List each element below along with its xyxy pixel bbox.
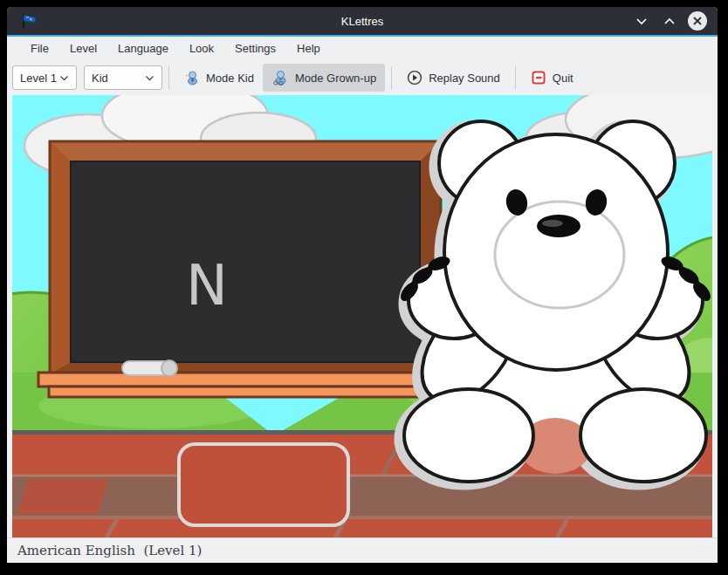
- toolbar: Level 1 Kid Mode Kid: [7, 60, 718, 95]
- statusbar: American English (Level 1): [7, 537, 718, 563]
- menu-file[interactable]: File: [23, 39, 57, 58]
- toolbar-separator: [168, 66, 169, 89]
- classroom-scene: N: [12, 95, 712, 537]
- toolbar-separator: [515, 66, 516, 89]
- letter-input[interactable]: [177, 442, 350, 527]
- teddy-bear: [397, 121, 712, 485]
- minimize-icon[interactable]: [632, 11, 651, 31]
- chevron-down-icon: [145, 75, 155, 81]
- mode-kid-button[interactable]: Mode Kid: [175, 64, 263, 92]
- chalk-tray: [38, 373, 449, 387]
- bear-foot-left: [404, 389, 533, 482]
- menu-help[interactable]: Help: [289, 39, 328, 58]
- klettres-window: KLettres File Level Language Look Settin…: [7, 7, 718, 563]
- maximize-icon[interactable]: [660, 11, 679, 31]
- theme-select[interactable]: Kid: [84, 65, 162, 90]
- chevron-down-icon: [59, 75, 69, 81]
- menu-level[interactable]: Level: [62, 39, 105, 58]
- scene-art: N: [12, 95, 712, 537]
- current-letter: N: [186, 253, 228, 318]
- close-icon[interactable]: [688, 11, 707, 31]
- status-text: American English (Level 1): [17, 543, 202, 558]
- quit-button[interactable]: Quit: [522, 64, 582, 92]
- grownup-icon: [271, 70, 289, 86]
- chalk: [122, 360, 177, 376]
- menubar: File Level Language Look Settings Help: [7, 37, 718, 60]
- bear-nose: [537, 215, 580, 237]
- menu-settings[interactable]: Settings: [227, 39, 284, 58]
- kid-icon: [184, 70, 200, 86]
- quit-icon: [531, 70, 546, 86]
- level-select[interactable]: Level 1: [12, 65, 77, 90]
- toolbar-separator: [391, 66, 392, 89]
- titlebar: KLettres: [7, 7, 718, 35]
- bear-foot-right: [580, 389, 706, 482]
- board-surface: [71, 161, 420, 362]
- menu-look[interactable]: Look: [182, 39, 222, 58]
- blackboard: N: [38, 141, 449, 397]
- menu-language[interactable]: Language: [110, 39, 176, 58]
- mode-grownup-button[interactable]: Mode Grown-up: [263, 64, 385, 92]
- replay-sound-button[interactable]: Replay Sound: [398, 64, 509, 92]
- window-title: KLettres: [7, 15, 718, 28]
- bear-head: [444, 134, 668, 370]
- play-icon: [407, 70, 422, 86]
